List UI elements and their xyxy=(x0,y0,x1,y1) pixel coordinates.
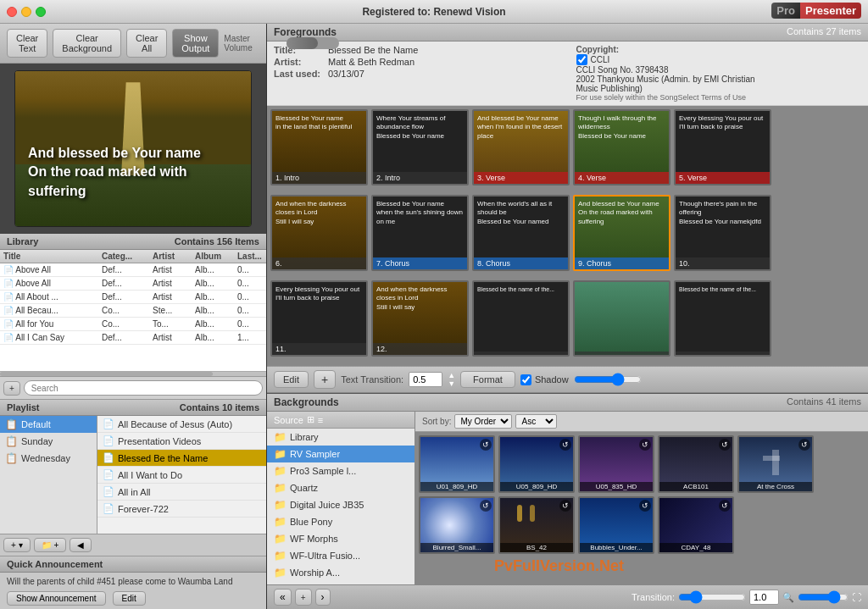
table-row[interactable]: 📄 Above AllDef...ArtistAlb...0... xyxy=(0,263,266,277)
maximize-button[interactable] xyxy=(36,7,46,17)
volume-slider[interactable] xyxy=(287,37,339,49)
folder-icon: 📁 xyxy=(274,448,287,460)
refresh-icon[interactable]: ↺ xyxy=(559,500,571,512)
edit-announcement-button[interactable]: Edit xyxy=(113,591,146,606)
format-button[interactable]: Format xyxy=(460,371,515,388)
ccli-checkbox[interactable] xyxy=(576,54,587,65)
list-item[interactable]: 📄 Presentation Videos xyxy=(97,433,266,450)
bg-opacity-slider[interactable] xyxy=(798,590,849,604)
refresh-icon[interactable]: ↺ xyxy=(480,439,492,451)
clear-text-button[interactable]: Clear Text xyxy=(7,29,47,58)
bg-thumb-cday48[interactable]: ↺ CDAY_48 xyxy=(658,496,734,554)
edit-button[interactable]: Edit xyxy=(274,371,309,388)
slide-thumb-9[interactable]: And blessed be Your nameOn the road mark… xyxy=(573,195,670,271)
bg-thumb-u01[interactable]: ↺ U01_809_HD xyxy=(419,435,495,493)
show-output-button[interactable]: Show Output xyxy=(172,29,219,58)
slide-thumb-10[interactable]: Though there's pain in the offeringBless… xyxy=(674,195,771,271)
bg-forward-button[interactable]: › xyxy=(315,589,331,606)
source-worship-a[interactable]: 📁 Worship A... xyxy=(267,564,415,581)
add-slide-button[interactable]: + xyxy=(314,370,336,389)
text-transition-input[interactable] xyxy=(409,372,442,387)
bg-add-button[interactable]: + xyxy=(295,589,312,606)
playlist-source-sunday[interactable]: 📋 Sunday xyxy=(0,433,97,450)
transition-stepper-up[interactable]: ▲▼ xyxy=(448,371,455,388)
source-library[interactable]: 📁 Library xyxy=(267,429,415,446)
shadow-checkbox[interactable] xyxy=(520,374,531,385)
titlebar: Registered to: Renewd Vision Pro Present… xyxy=(0,0,868,24)
clear-background-button[interactable]: Clear Background xyxy=(53,29,121,58)
playlist-source-default[interactable]: 📋 Default xyxy=(0,416,97,433)
refresh-icon[interactable]: ↺ xyxy=(719,500,731,512)
playlist-source-wednesday[interactable]: 📋 Wednesday xyxy=(0,450,97,467)
slide-thumb-1[interactable]: Blessed be Your namein the land that is … xyxy=(270,109,368,185)
playlist-footer: + ▾ 📁 + ◀ xyxy=(0,534,266,556)
refresh-icon[interactable]: ↺ xyxy=(719,439,731,451)
bg-transition-input[interactable] xyxy=(749,590,779,605)
source-quartz[interactable]: 📁 Quartz xyxy=(267,479,415,496)
slide-thumb-2[interactable]: Where Your streams of abundance flowBles… xyxy=(371,109,469,185)
slide-thumb-5[interactable]: Every blessing You pour outI'll turn bac… xyxy=(674,109,771,185)
grid-view-icon[interactable]: ⊞ xyxy=(307,414,314,425)
slide-thumb-3[interactable]: And blessed be Your namewhen I'm found i… xyxy=(472,109,570,185)
refresh-icon[interactable]: ↺ xyxy=(798,439,810,451)
slide-thumb-14[interactable] xyxy=(573,280,670,357)
playlist-add-button[interactable]: + ▾ xyxy=(3,538,31,552)
bg-transition-slider[interactable] xyxy=(678,590,746,604)
bg-thumb-at-cross[interactable]: ↺ At the Cross xyxy=(737,435,814,493)
list-item-selected[interactable]: 📄 Blessed Be the Name xyxy=(97,450,266,467)
library-scrollbar[interactable] xyxy=(0,371,266,376)
slide-thumb-8[interactable]: When the world's all as it should beBles… xyxy=(472,195,570,271)
list-item[interactable]: 📄 All in All xyxy=(97,484,266,501)
list-item[interactable]: 📄 Forever-722 xyxy=(97,501,266,518)
bg-thumb-bubbles[interactable]: ↺ Bubbles_Under... xyxy=(578,496,654,554)
close-button[interactable] xyxy=(7,7,17,17)
list-item[interactable]: 📄 All I Want to Do xyxy=(97,467,266,484)
table-row[interactable]: 📄 All About ...Def...ArtistAlb...0... xyxy=(0,291,266,304)
slide-thumb-11[interactable]: Every blessing You pour outI'll turn bac… xyxy=(270,280,368,357)
table-row[interactable]: 📄 Above AllDef...ArtistAlb...0... xyxy=(0,277,266,291)
playlist-collapse-button[interactable]: ◀ xyxy=(70,538,92,552)
source-name: WF-Ultra Fusio... xyxy=(290,551,360,561)
refresh-icon[interactable]: ↺ xyxy=(559,439,571,451)
library-add-button[interactable]: + xyxy=(3,381,20,396)
table-row[interactable]: 📄 All I Can SayDef...ArtistAlb...1... xyxy=(0,331,266,345)
slide-thumb-4[interactable]: Though I walk through the wildernessBles… xyxy=(573,109,670,185)
source-rv-sampler[interactable]: 📁 RV Sampler xyxy=(267,446,415,462)
minimize-button[interactable] xyxy=(21,7,31,17)
source-wf-ultra[interactable]: 📁 WF-Ultra Fusio... xyxy=(267,547,415,564)
show-announcement-button[interactable]: Show Announcement xyxy=(7,591,106,606)
playlist-folder-button[interactable]: 📁 + xyxy=(34,538,67,552)
folder-icon: 📁 xyxy=(274,482,287,494)
source-digital-juice[interactable]: 📁 Digital Juice JB35 xyxy=(267,496,415,513)
slide-thumb-7[interactable]: Blessed be Your namewhen the sun's shini… xyxy=(371,195,469,271)
refresh-icon[interactable]: ↺ xyxy=(480,500,492,512)
slide-thumb-13[interactable]: Blessed be the name of the... xyxy=(472,280,570,357)
slide-thumb-6[interactable]: And when the darkness closes in LordStil… xyxy=(270,195,368,271)
slide-thumb-15[interactable]: Blessed be the name of the... xyxy=(674,280,771,357)
refresh-icon[interactable]: ↺ xyxy=(639,500,651,512)
bg-thumb-u05-809[interactable]: ↺ U05_809_HD xyxy=(498,435,575,493)
source-wf-morphs[interactable]: 📁 WF Morphs xyxy=(267,530,415,547)
sort-select[interactable]: My Order Name Date xyxy=(454,414,512,429)
bg-back-button[interactable]: « xyxy=(274,589,292,606)
source-list: 📁 Library 📁 RV Sampler 📁 Pro3 Sample l..… xyxy=(267,429,415,584)
table-row[interactable]: 📄 All for YouCo...To...Alb...0... xyxy=(0,318,266,331)
bg-thumb-acb101[interactable]: ↺ ACB101 xyxy=(658,435,734,493)
slide-thumb-12[interactable]: And when the darkness closes in LordStil… xyxy=(371,280,469,357)
table-row[interactable]: 📄 All Becau...Co...Ste...Alb...0... xyxy=(0,304,266,318)
list-item[interactable]: 📄 All Because of Jesus (Auto) xyxy=(97,416,266,433)
source-blue-pony[interactable]: 📁 Blue Pony xyxy=(267,513,415,530)
source-pro3-sample[interactable]: 📁 Pro3 Sample l... xyxy=(267,462,415,479)
library-search-input[interactable] xyxy=(24,380,263,396)
sort-dir-select[interactable]: Asc Desc xyxy=(515,414,557,429)
refresh-icon[interactable]: ↺ xyxy=(639,439,651,451)
bg-thumb-bs42[interactable]: ↺ BS_42 xyxy=(498,496,575,554)
folder-icon: 📁 xyxy=(274,550,287,562)
shadow-slider[interactable] xyxy=(574,373,642,386)
bg-fullscreen-icon[interactable]: ⛶ xyxy=(852,592,861,602)
bg-thumb-blurred[interactable]: ↺ Blurred_Small... xyxy=(419,496,495,554)
bg-thumb-u05-835[interactable]: ↺ U05_835_HD xyxy=(578,435,654,493)
clear-all-button[interactable]: Clear All xyxy=(126,29,167,58)
playlist-source-label: Default xyxy=(21,419,51,429)
list-view-icon[interactable]: ≡ xyxy=(318,415,323,425)
